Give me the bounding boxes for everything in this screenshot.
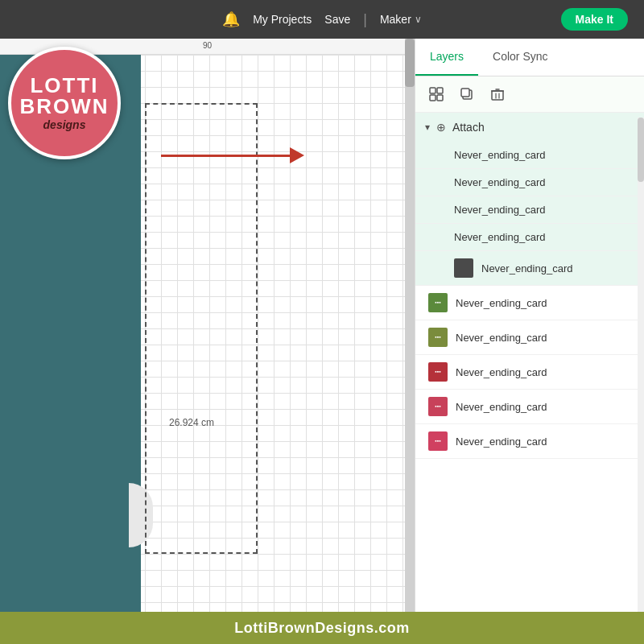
maker-dropdown[interactable]: Maker ∨ — [380, 13, 422, 26]
layer-list[interactable]: ▾ ⊕ Attach Never_ending_card Never_endin… — [415, 113, 644, 612]
logo-circle: LOTTI BROWN designs — [0, 39, 129, 167]
my-projects-link[interactable]: My Projects — [253, 13, 312, 26]
layer-name: Never_ending_card — [454, 231, 631, 243]
logo-line2: BROWN — [19, 96, 109, 117]
panel-tabs: Layers Color Sync — [415, 39, 644, 76]
main-area: LOTTI BROWN designs 90 26.924 cm — [0, 39, 644, 612]
layer-item-outer[interactable]: ▪▪▪ Never_ending_card — [415, 355, 644, 390]
layer-item-outer[interactable]: ▪▪▪ Never_ending_card — [415, 390, 644, 424]
layer-item-highlighted[interactable]: Never_ending_card — [415, 251, 644, 286]
ruler-number: 90 — [203, 41, 212, 50]
layer-name: Never_ending_card — [456, 436, 631, 448]
layer-item[interactable]: Never_ending_card — [415, 196, 644, 224]
measurement-label: 26.924 cm — [169, 417, 214, 428]
layer-name: Never_ending_card — [454, 204, 631, 216]
svg-rect-3 — [437, 95, 443, 101]
navbar-center: 🔔 My Projects Save | Maker ∨ — [222, 10, 422, 28]
attach-label: Attach — [452, 121, 485, 134]
footer: LottiBrownDesigns.com — [0, 612, 644, 644]
svg-rect-5 — [461, 89, 469, 97]
svg-rect-6 — [492, 91, 503, 100]
attach-header[interactable]: ▾ ⊕ Attach — [415, 113, 644, 142]
layer-thumb-green: ▪▪▪ — [428, 293, 448, 312]
canvas-scrollbar[interactable] — [405, 39, 415, 612]
layer-item[interactable]: Never_ending_card — [415, 169, 644, 196]
arrow-line — [161, 155, 290, 157]
duplicate-icon[interactable] — [456, 83, 478, 105]
delete-icon[interactable] — [486, 83, 509, 105]
layer-name: Never_ending_card — [456, 332, 631, 344]
layer-name: Never_ending_card — [456, 401, 631, 413]
layer-thumb-pink: ▪▪▪ — [428, 397, 448, 416]
arrow-annotation — [161, 147, 304, 163]
layer-thumb-red: ▪▪▪ — [428, 362, 448, 382]
layer-thumb-olive: ▪▪▪ — [428, 328, 448, 347]
maker-chevron-icon: ∨ — [415, 14, 422, 25]
layer-item-outer[interactable]: ▪▪▪ Never_ending_card — [415, 320, 644, 355]
canvas-scrollbar-thumb[interactable] — [405, 39, 415, 87]
group-icon[interactable] — [425, 83, 448, 105]
layer-item-outer[interactable]: ▪▪▪ Never_ending_card — [415, 424, 644, 459]
dashed-rect — [145, 103, 258, 554]
logo-line1: LOTTI — [30, 75, 98, 96]
panel-toolbar — [415, 76, 644, 113]
canvas-area[interactable]: LOTTI BROWN designs 90 26.924 cm — [0, 39, 415, 612]
bell-icon[interactable]: 🔔 — [222, 10, 240, 28]
layer-name: Never_ending_card — [456, 297, 631, 309]
attach-group: ▾ ⊕ Attach Never_ending_card Never_endin… — [415, 113, 644, 286]
layer-name: Never_ending_card — [454, 176, 631, 188]
tab-layers[interactable]: Layers — [415, 39, 478, 76]
layer-name: Never_ending_card — [454, 149, 631, 161]
svg-rect-0 — [430, 88, 436, 93]
svg-rect-2 — [430, 95, 436, 101]
navbar: 🔔 My Projects Save | Maker ∨ Make It — [0, 0, 644, 39]
layer-name: Never_ending_card — [456, 366, 631, 378]
make-it-button[interactable]: Make It — [561, 8, 628, 31]
attach-link-icon: ⊕ — [436, 121, 446, 134]
svg-rect-1 — [437, 88, 443, 93]
save-link[interactable]: Save — [324, 13, 350, 26]
footer-text: LottiBrownDesigns.com — [234, 620, 410, 637]
nav-divider: | — [363, 11, 367, 28]
tab-color-sync[interactable]: Color Sync — [478, 39, 562, 76]
right-panel: Layers Color Sync — [415, 39, 644, 612]
layer-thumb-dark — [454, 258, 473, 278]
layer-item[interactable]: Never_ending_card — [415, 224, 644, 251]
layer-item[interactable]: Never_ending_card — [415, 142, 644, 169]
arrow-head-icon — [290, 147, 304, 163]
panel-scrollbar-thumb[interactable] — [638, 118, 644, 182]
layer-name: Never_ending_card — [481, 262, 631, 275]
layer-item-outer[interactable]: ▪▪▪ Never_ending_card — [415, 286, 644, 320]
attach-chevron-icon: ▾ — [425, 122, 430, 133]
design-canvas[interactable]: 26.924 cm — [129, 55, 405, 612]
maker-label: Maker — [380, 13, 411, 26]
panel-scrollbar[interactable] — [638, 118, 644, 612]
layer-thumb-hello: ▪▪▪ — [428, 431, 448, 451]
logo-line3: designs — [43, 118, 86, 131]
